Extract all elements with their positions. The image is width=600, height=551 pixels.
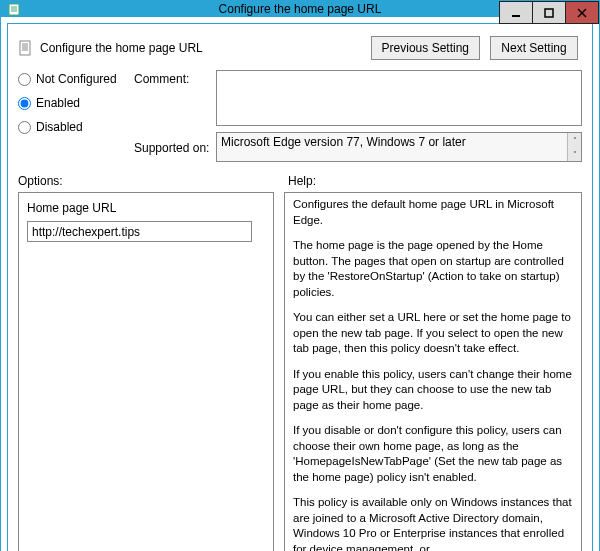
previous-setting-button[interactable]: Previous Setting [371,36,480,60]
options-heading: Options: [18,174,288,188]
home-page-url-input[interactable] [27,221,252,242]
close-button[interactable] [565,1,599,24]
help-paragraph: This policy is available only on Windows… [293,495,573,551]
next-setting-button[interactable]: Next Setting [490,36,578,60]
nav-buttons: Previous Setting Next Setting [371,36,582,60]
svg-rect-5 [545,9,553,17]
scroll-down-icon[interactable]: ˅ [568,147,581,161]
supported-on-scroll[interactable]: ˄ ˅ [567,133,581,161]
radio-disabled[interactable]: Disabled [18,120,130,134]
supported-on-text: Microsoft Edge version 77, Windows 7 or … [221,135,466,149]
radio-enabled-label: Enabled [36,96,80,110]
help-paragraph: If you disable or don't configure this p… [293,423,573,485]
radio-enabled-input[interactable] [18,97,31,110]
help-text-scroll[interactable]: Configures the default home page URL in … [293,197,579,551]
section-headings: Options: Help: [18,174,582,188]
window-controls [500,1,599,24]
radio-disabled-input[interactable] [18,121,31,134]
content-inner: Configure the home page URL Previous Set… [7,23,593,551]
options-panel: Home page URL [18,192,274,551]
state-radio-group: Not Configured Enabled Disabled [18,70,130,134]
help-paragraph: You can either set a URL here or set the… [293,310,573,357]
titlebar: Configure the home page URL [1,1,599,17]
radio-not-configured-label: Not Configured [36,72,117,86]
supported-on-box: Microsoft Edge version 77, Windows 7 or … [216,132,582,162]
policy-icon [18,40,34,56]
app-icon [7,1,23,17]
comment-textarea[interactable] [216,70,582,126]
supported-on-label: Supported on: [134,139,212,155]
scroll-up-icon[interactable]: ˄ [568,133,581,147]
policy-title-group: Configure the home page URL [18,40,203,56]
help-paragraph: Configures the default home page URL in … [293,197,573,228]
comment-label: Comment: [134,70,212,86]
window-title: Configure the home page URL [219,2,382,16]
dialog-window: Configure the home page URL [0,0,600,551]
radio-enabled[interactable]: Enabled [18,96,130,110]
radio-not-configured-input[interactable] [18,73,31,86]
config-grid: Not Configured Enabled Disabled Comment:… [18,70,582,162]
policy-header-row: Configure the home page URL Previous Set… [18,36,582,60]
maximize-button[interactable] [532,1,566,24]
help-paragraph: The home page is the page opened by the … [293,238,573,300]
help-paragraph: If you enable this policy, users can't c… [293,367,573,414]
panels-row: Home page URL Configures the default hom… [18,192,582,551]
content-outer: Configure the home page URL Previous Set… [1,17,599,551]
help-panel: Configures the default home page URL in … [284,192,582,551]
policy-title: Configure the home page URL [40,41,203,55]
minimize-button[interactable] [499,1,533,24]
help-heading: Help: [288,174,316,188]
home-page-url-label: Home page URL [27,201,265,215]
radio-not-configured[interactable]: Not Configured [18,72,130,86]
radio-disabled-label: Disabled [36,120,83,134]
